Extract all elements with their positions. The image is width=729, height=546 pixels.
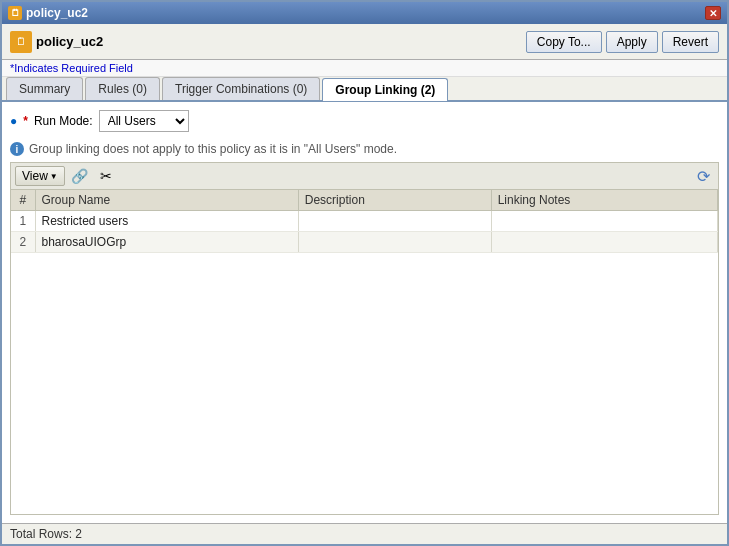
row-linking-notes xyxy=(491,232,717,253)
run-mode-label: Run Mode: xyxy=(34,114,93,128)
total-rows: Total Rows: 2 xyxy=(10,527,82,541)
col-description: Description xyxy=(298,190,491,211)
window-title: policy_uc2 xyxy=(26,6,88,20)
table-row[interactable]: 2 bharosaUIOGrp xyxy=(11,232,718,253)
toolbar: 🗒 policy_uc2 Copy To... Apply Revert xyxy=(2,24,727,60)
row-description xyxy=(298,211,491,232)
view-dropdown-arrow: ▼ xyxy=(50,172,58,181)
row-group-name: bharosaUIOGrp xyxy=(35,232,298,253)
run-mode-section: ● * Run Mode: All Users Restricted Users xyxy=(10,110,719,136)
copyto-button[interactable]: Copy To... xyxy=(526,31,602,53)
revert-button[interactable]: Revert xyxy=(662,31,719,53)
col-num: # xyxy=(11,190,35,211)
info-icon: i xyxy=(10,142,24,156)
tab-group-linking[interactable]: Group Linking (2) xyxy=(322,78,448,101)
col-group-name: Group Name xyxy=(35,190,298,211)
table-row[interactable]: 1 Restricted users xyxy=(11,211,718,232)
col-linking-notes: Linking Notes xyxy=(491,190,717,211)
info-message: Group linking does not apply to this pol… xyxy=(29,142,397,156)
policy-title: policy_uc2 xyxy=(36,34,103,49)
refresh-button[interactable]: ⟳ xyxy=(692,165,714,187)
status-bar: Total Rows: 2 xyxy=(2,523,727,544)
unlink-icon-button[interactable]: ✂ xyxy=(95,165,117,187)
tabs-bar: Summary Rules (0) Trigger Combinations (… xyxy=(2,77,727,102)
groups-table: # Group Name Description Linking Notes 1… xyxy=(11,190,718,253)
content-area: ● * Run Mode: All Users Restricted Users… xyxy=(2,102,727,523)
table-toolbar: View ▼ 🔗 ✂ ⟳ xyxy=(10,162,719,189)
required-note: *Indicates Required Field xyxy=(2,60,727,77)
link-icon-button[interactable]: 🔗 xyxy=(69,165,91,187)
window-icon: 🗒 xyxy=(8,6,22,20)
radio-icon: ● xyxy=(10,114,17,128)
apply-button[interactable]: Apply xyxy=(606,31,658,53)
policy-icon: 🗒 xyxy=(10,31,32,53)
view-label: View xyxy=(22,169,48,183)
row-num: 2 xyxy=(11,232,35,253)
row-description xyxy=(298,232,491,253)
tab-trigger-combinations[interactable]: Trigger Combinations (0) xyxy=(162,77,320,100)
run-mode-select[interactable]: All Users Restricted Users xyxy=(99,110,189,132)
table-header-row: # Group Name Description Linking Notes xyxy=(11,190,718,211)
main-window: 🗒 policy_uc2 ✕ 🗒 policy_uc2 Copy To... A… xyxy=(0,0,729,546)
row-linking-notes xyxy=(491,211,717,232)
toolbar-right: Copy To... Apply Revert xyxy=(526,31,719,53)
info-row: i Group linking does not apply to this p… xyxy=(10,142,719,156)
table-body: 1 Restricted users 2 bharosaUIOGrp xyxy=(11,211,718,253)
table-wrapper: # Group Name Description Linking Notes 1… xyxy=(10,189,719,515)
tab-summary[interactable]: Summary xyxy=(6,77,83,100)
close-button[interactable]: ✕ xyxy=(705,6,721,20)
row-group-name: Restricted users xyxy=(35,211,298,232)
tab-rules[interactable]: Rules (0) xyxy=(85,77,160,100)
required-star: * xyxy=(23,114,28,128)
title-bar-left: 🗒 policy_uc2 xyxy=(8,6,88,20)
title-bar: 🗒 policy_uc2 ✕ xyxy=(2,2,727,24)
view-button[interactable]: View ▼ xyxy=(15,166,65,186)
run-mode-row: ● * Run Mode: All Users Restricted Users xyxy=(10,110,719,132)
row-num: 1 xyxy=(11,211,35,232)
toolbar-left: 🗒 policy_uc2 xyxy=(10,31,103,53)
